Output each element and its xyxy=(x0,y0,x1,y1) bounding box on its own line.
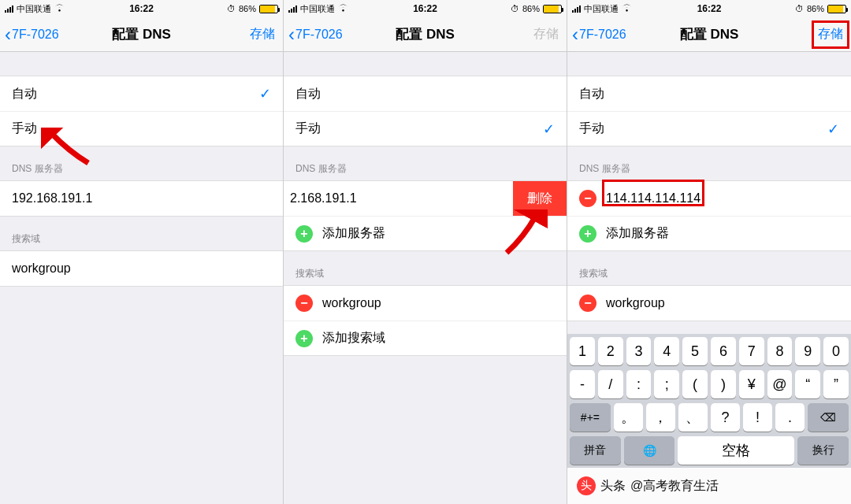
dns-header: DNS 服务器 xyxy=(567,146,851,180)
key[interactable]: 6 xyxy=(711,337,736,365)
key[interactable]: ， xyxy=(646,403,675,432)
key[interactable]: ” xyxy=(823,370,849,398)
key[interactable]: 1 xyxy=(570,337,595,365)
key[interactable]: 7 xyxy=(739,337,764,365)
key[interactable]: 。 xyxy=(614,403,643,432)
add-search-row[interactable]: + 添加搜索域 xyxy=(284,321,567,355)
key[interactable]: 、 xyxy=(678,403,708,432)
nav-bar: ‹ 7F-7026 配置 DNS 存储 xyxy=(284,17,567,52)
check-icon: ✓ xyxy=(259,85,271,102)
add-server-row[interactable]: + 添加服务器 xyxy=(567,216,851,250)
clock: 16:22 xyxy=(697,3,722,14)
phone-screen-2: 中国联通 16:22 ⏱ 86% ‹ 7F-7026 配置 DNS 存储 自动 xyxy=(284,0,567,504)
option-auto-label: 自动 xyxy=(12,86,37,102)
back-button[interactable]: ‹ 7F-7026 xyxy=(5,25,59,44)
alarm-icon: ⏱ xyxy=(227,4,236,13)
dns-ip-value: 2.168.191.1 xyxy=(284,191,357,206)
overlay-prefix: 头条 xyxy=(600,478,626,495)
key[interactable]: 5 xyxy=(682,337,708,365)
battery-pct: 86% xyxy=(522,4,540,13)
dns-entry-swiped[interactable]: 2.168.191.1 删除 xyxy=(284,181,567,216)
battery-icon xyxy=(543,5,562,13)
key-globe[interactable]: 🌐 xyxy=(624,436,675,465)
key[interactable]: @ xyxy=(767,370,793,398)
delete-button[interactable]: 删除 xyxy=(513,181,567,216)
key[interactable]: 9 xyxy=(795,337,820,365)
key[interactable]: ) xyxy=(711,370,736,398)
mode-group: 自动 ✓ 手动 xyxy=(0,76,283,146)
dns-entry[interactable]: − 114.114.114.114 xyxy=(567,181,851,216)
search-domain-entry[interactable]: workgroup xyxy=(0,251,283,286)
option-manual[interactable]: 手动 ✓ xyxy=(567,111,851,146)
option-manual[interactable]: 手动 ✓ xyxy=(284,111,567,146)
key-backspace[interactable]: ⌫ xyxy=(808,403,849,432)
alarm-icon: ⏱ xyxy=(511,4,519,13)
search-domain-entry[interactable]: − workgroup xyxy=(567,286,851,321)
key[interactable]: ? xyxy=(711,403,740,432)
option-manual-label: 手动 xyxy=(12,120,37,137)
key[interactable]: - xyxy=(570,370,595,398)
key[interactable]: ; xyxy=(654,370,679,398)
search-group: workgroup xyxy=(0,250,283,287)
key-shift[interactable]: #+= xyxy=(570,403,611,432)
chevron-left-icon: ‹ xyxy=(572,25,578,44)
key[interactable]: 8 xyxy=(767,337,793,365)
minus-icon[interactable]: − xyxy=(295,295,313,312)
option-auto[interactable]: 自动 xyxy=(567,76,851,111)
search-domain-entry[interactable]: − workgroup xyxy=(284,286,567,321)
phone-screen-3: 中国联通 16:22 ⏱ 86% ‹ 7F-7026 配置 DNS 存储 xyxy=(567,0,851,504)
save-button[interactable]: 存储 xyxy=(250,26,275,43)
back-label: 7F-7026 xyxy=(12,28,59,42)
key[interactable]: 4 xyxy=(654,337,679,365)
key-space[interactable]: 空格 xyxy=(678,436,794,465)
overlay-bar: 头 头条 @高考教育生活 xyxy=(567,468,851,504)
battery-icon xyxy=(827,5,846,13)
wifi-icon xyxy=(54,4,65,13)
status-bar: 中国联通 16:22 ⏱ 86% xyxy=(0,0,283,17)
back-button[interactable]: ‹ 7F-7026 xyxy=(572,25,626,44)
key[interactable]: ( xyxy=(682,370,708,398)
carrier-label: 中国联通 xyxy=(300,3,335,15)
option-auto-label: 自动 xyxy=(579,86,604,102)
minus-icon[interactable]: − xyxy=(579,190,596,207)
back-button[interactable]: ‹ 7F-7026 xyxy=(288,25,343,44)
save-button[interactable]: 存储 xyxy=(533,26,559,43)
overlay-handle: @高考教育生活 xyxy=(630,478,719,495)
key[interactable]: / xyxy=(598,370,623,398)
key[interactable]: 2 xyxy=(598,337,623,365)
minus-icon[interactable]: − xyxy=(579,295,596,312)
dns-group: − 114.114.114.114 + 添加服务器 xyxy=(567,180,851,251)
chevron-left-icon: ‹ xyxy=(5,25,11,44)
search-domain-value: workgroup xyxy=(606,296,665,310)
key-mode[interactable]: 拼音 xyxy=(570,436,621,465)
dns-entry[interactable]: 192.168.191.1 xyxy=(0,181,283,216)
mode-group: 自动 手动 ✓ xyxy=(284,76,567,146)
check-icon: ✓ xyxy=(827,120,839,138)
search-header: 搜索域 xyxy=(567,251,851,285)
plus-icon: + xyxy=(579,225,596,243)
status-bar: 中国联通 16:22 ⏱ 86% xyxy=(567,0,851,17)
carrier-label: 中国联通 xyxy=(584,3,619,15)
clock: 16:22 xyxy=(129,3,154,14)
key[interactable]: “ xyxy=(795,370,820,398)
save-button[interactable]: 存储 xyxy=(818,26,843,43)
dns-group: 2.168.191.1 删除 + 添加服务器 xyxy=(284,180,567,251)
key[interactable]: 0 xyxy=(823,337,849,365)
option-auto[interactable]: 自动 xyxy=(284,76,567,111)
key[interactable]: . xyxy=(775,403,805,432)
key[interactable]: ¥ xyxy=(739,370,764,398)
key[interactable]: : xyxy=(626,370,652,398)
clock: 16:22 xyxy=(413,3,437,14)
key-return[interactable]: 换行 xyxy=(797,436,849,465)
option-auto[interactable]: 自动 ✓ xyxy=(0,76,283,111)
check-icon: ✓ xyxy=(543,120,555,138)
page-title: 配置 DNS xyxy=(396,25,455,43)
add-server-row[interactable]: + 添加服务器 xyxy=(284,216,567,250)
wifi-icon xyxy=(622,4,632,13)
option-manual[interactable]: 手动 xyxy=(0,111,283,146)
key[interactable]: 3 xyxy=(626,337,652,365)
add-search-label: 添加搜索域 xyxy=(322,330,385,346)
chevron-left-icon: ‹ xyxy=(288,25,295,44)
back-label: 7F-7026 xyxy=(579,28,626,42)
key[interactable]: ! xyxy=(743,403,772,432)
